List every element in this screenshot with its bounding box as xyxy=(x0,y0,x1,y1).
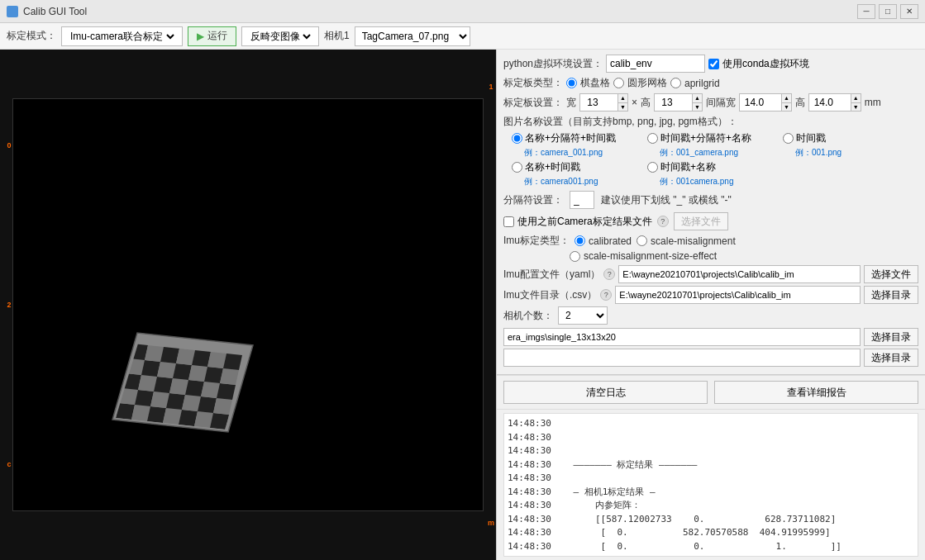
log-line-4: 14:48:30 xyxy=(508,472,914,486)
toolbar: 标定模式： Imu-camera联合标定 相机标定 IMU标定 ▶ 运行 反畸变… xyxy=(0,23,925,50)
maximize-button[interactable]: □ xyxy=(879,4,897,19)
width-spin: ▲ ▼ xyxy=(617,94,627,111)
camera-count-select[interactable]: 1 2 3 4 xyxy=(558,306,608,325)
width-up-btn[interactable]: ▲ xyxy=(618,94,627,103)
dir1-input[interactable] xyxy=(503,328,861,346)
dir2-select-button[interactable]: 选择目录 xyxy=(864,349,918,367)
use-prev-help-icon[interactable]: ? xyxy=(657,216,669,227)
imu-yaml-select-button[interactable]: 选择文件 xyxy=(864,265,918,283)
height-down-btn[interactable]: ▼ xyxy=(693,103,702,112)
conda-label: 使用conda虚拟环境 xyxy=(722,57,809,71)
imu-type-calibrated[interactable]: calibrated xyxy=(575,235,632,247)
svg-marker-36 xyxy=(223,354,242,370)
svg-marker-31 xyxy=(145,345,164,362)
log-area[interactable]: 14:48:30 14:48:30 14:48:30 14:48:30 ————… xyxy=(503,413,918,557)
imu-type-label: Imu标定类型： xyxy=(503,234,570,248)
view-report-button[interactable]: 查看详细报告 xyxy=(714,381,918,404)
name-opt1-example: 例：camera_001.png xyxy=(524,147,647,159)
board-type-chess[interactable]: 棋盘格 xyxy=(566,76,610,90)
svg-marker-26 xyxy=(173,363,192,380)
width-label: 宽 xyxy=(566,96,576,110)
imu-calibrated-label: calibrated xyxy=(589,235,632,247)
run-label: 运行 xyxy=(207,29,227,43)
mode-dropdown[interactable]: Imu-camera联合标定 相机标定 IMU标定 xyxy=(61,26,183,46)
svg-marker-4 xyxy=(147,406,166,423)
name-opt2-example: 例：001_camera.png xyxy=(660,147,783,159)
log-line-2: 14:48:30 xyxy=(508,444,914,458)
svg-marker-28 xyxy=(204,367,223,383)
run-button[interactable]: ▶ 运行 xyxy=(188,26,236,46)
flip-select[interactable]: 反畸变图像 xyxy=(247,30,313,43)
svg-marker-32 xyxy=(160,347,179,363)
clear-log-button[interactable]: 清空日志 xyxy=(503,381,708,404)
flip-dropdown[interactable]: 反畸变图像 xyxy=(241,26,319,46)
spacing-h-down-btn[interactable]: ▼ xyxy=(851,103,861,112)
python-env-row: python虚拟环境设置： 使用conda虚拟环境 xyxy=(503,55,918,73)
select-prev-file-button[interactable]: 选择文件 xyxy=(674,212,728,230)
name-opt1[interactable]: 名称+分隔符+时间戳 xyxy=(512,131,647,145)
name-opt4[interactable]: 名称+时间戳 xyxy=(512,160,647,174)
spacing-h-input[interactable] xyxy=(809,94,851,111)
dir1-select-button[interactable]: 选择目录 xyxy=(864,328,918,346)
separator-hint: 建议使用下划线 "_" 或横线 "-" xyxy=(601,193,732,207)
imu-type-row: Imu标定类型： calibrated scale-misalignment xyxy=(503,234,918,248)
name-opt3-example: 例：001.png xyxy=(795,147,918,159)
name-opt5[interactable]: 时间戳+名称 xyxy=(647,160,783,174)
camera-label: 相机1 xyxy=(324,29,350,43)
svg-marker-27 xyxy=(188,365,207,382)
separator-row: 分隔符设置： 建议使用下划线 "_" 或横线 "-" xyxy=(503,191,918,209)
board-size-row: 标定板设置： 宽 ▲ ▼ × 高 ▲ ▼ xyxy=(503,93,918,112)
width-input[interactable] xyxy=(580,94,617,111)
conda-checkbox[interactable] xyxy=(708,59,719,69)
imu-csv-select-button[interactable]: 选择目录 xyxy=(864,286,918,304)
title-bar: Calib GUI Tool ─ □ ✕ xyxy=(0,0,925,23)
svg-marker-25 xyxy=(157,362,176,378)
imu-csv-help-icon[interactable]: ? xyxy=(600,289,612,301)
separator-input[interactable] xyxy=(570,191,594,209)
height-up-btn[interactable]: ▲ xyxy=(693,94,702,103)
width-down-btn[interactable]: ▼ xyxy=(618,103,627,112)
imu-type-scale[interactable]: scale-misalignment xyxy=(637,235,736,247)
svg-marker-7 xyxy=(194,411,213,428)
height-input[interactable] xyxy=(655,94,692,111)
log-line-1: 14:48:30 xyxy=(508,431,914,445)
side-label-c: c xyxy=(7,460,11,468)
minimize-button[interactable]: ─ xyxy=(857,4,875,19)
imu-type-size-effect[interactable]: scale-misalignment-size-effect xyxy=(570,250,918,262)
log-line-5: 14:48:30 — 相机1标定结果 — xyxy=(508,486,914,500)
camera-count-label: 相机个数： xyxy=(503,309,553,323)
mode-select[interactable]: Imu-camera联合标定 相机标定 IMU标定 xyxy=(67,30,177,43)
svg-marker-34 xyxy=(192,350,211,367)
imu-yaml-help-icon[interactable]: ? xyxy=(603,268,615,280)
close-button[interactable]: ✕ xyxy=(900,4,918,19)
image-name-section: 图片名称设置（目前支持bmp, png, jpg, pgm格式）： 名称+分隔符… xyxy=(503,115,918,187)
svg-marker-29 xyxy=(220,368,239,385)
name-opt3[interactable]: 时间戳 xyxy=(783,131,918,145)
conda-checkbox-group[interactable]: 使用conda虚拟环境 xyxy=(708,57,809,71)
svg-marker-18 xyxy=(154,377,173,393)
dir2-input[interactable] xyxy=(503,349,861,367)
board-type-circle[interactable]: 圆形网格 xyxy=(613,76,667,90)
imu-csv-row: Imu文件目录（.csv） ? 选择目录 xyxy=(503,286,918,304)
orange-side-bar: 1 m xyxy=(486,50,496,560)
board-type-april[interactable]: aprilgrid xyxy=(670,78,720,89)
use-prev-checkbox-group[interactable]: 使用之前Camera标定结果文件 xyxy=(503,215,652,229)
cross-label: × xyxy=(632,97,637,108)
python-env-input[interactable] xyxy=(606,55,705,73)
board-type-circle-label: 圆形网格 xyxy=(627,76,667,90)
spacing-h-up-btn[interactable]: ▲ xyxy=(851,94,861,103)
use-prev-checkbox[interactable] xyxy=(503,216,514,227)
name-opt2[interactable]: 时间戳+分隔符+名称 xyxy=(647,131,783,145)
spacing-w-down-btn[interactable]: ▼ xyxy=(782,103,791,112)
imu-csv-input[interactable] xyxy=(615,286,861,304)
camera-select[interactable]: TagCamera_07.png xyxy=(355,26,470,46)
spacing-w-up-btn[interactable]: ▲ xyxy=(782,94,791,103)
svg-marker-3 xyxy=(131,405,150,421)
log-line-7: 14:48:30 [[587.12002733 0. 628.73711082] xyxy=(508,513,914,527)
imu-size-effect-label: scale-misalignment-size-effect xyxy=(584,250,717,262)
mode-label: 标定模式： xyxy=(7,29,56,43)
spacing-w-input[interactable] xyxy=(740,94,781,111)
imu-yaml-input[interactable] xyxy=(618,265,861,283)
settings-area: python虚拟环境设置： 使用conda虚拟环境 标定板类型： 棋盘格 圆形网… xyxy=(497,50,925,375)
side-bar-label-1: 1 xyxy=(489,83,493,91)
